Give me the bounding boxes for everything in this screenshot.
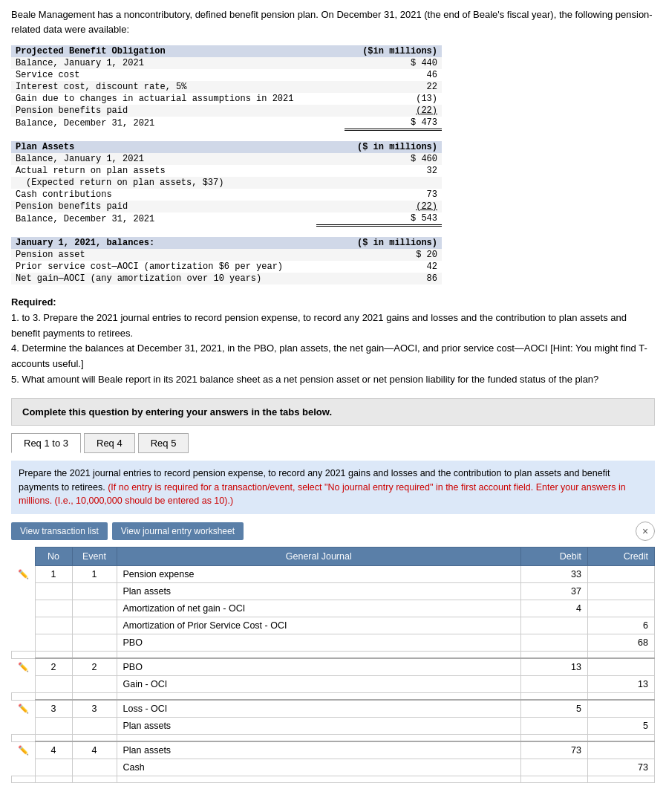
account-cell[interactable]: Plan assets xyxy=(117,583,521,600)
tab-req-5[interactable]: Req 5 xyxy=(138,433,189,453)
debit-cell[interactable] xyxy=(521,718,588,735)
row-no: 3 xyxy=(35,700,72,718)
tab-req-1-to-3[interactable]: Req 1 to 3 xyxy=(11,433,81,453)
account-cell[interactable]: Gain - OCI xyxy=(117,676,521,693)
credit-cell[interactable]: 73 xyxy=(588,759,655,776)
edit-icon[interactable]: ✏️ xyxy=(18,569,29,579)
debit-cell[interactable]: 73 xyxy=(521,741,588,759)
th-gj: General Journal xyxy=(117,548,521,566)
edit-icon[interactable]: ✏️ xyxy=(18,704,29,714)
tab-req-4[interactable]: Req 4 xyxy=(84,433,135,453)
debit-cell[interactable]: 13 xyxy=(521,658,588,676)
pbo-header-label: Projected Benefit Obligation xyxy=(11,45,345,57)
credit-cell[interactable] xyxy=(588,658,655,676)
row-no xyxy=(35,718,72,735)
th-edit xyxy=(12,548,36,566)
instruction-box: Prepare the 2021 journal entries to reco… xyxy=(11,461,655,514)
row-event xyxy=(72,676,117,693)
account-cell[interactable]: Plan assets xyxy=(117,741,521,759)
credit-cell[interactable] xyxy=(588,600,655,617)
debit-cell[interactable] xyxy=(521,634,588,652)
th-credit: Credit xyxy=(588,548,655,566)
tabs-container: Req 1 to 3 Req 4 Req 5 xyxy=(11,433,655,453)
debit-cell[interactable]: 37 xyxy=(521,583,588,600)
account-cell[interactable]: Plan assets xyxy=(117,718,521,735)
row-event: 4 xyxy=(72,741,117,759)
row-no xyxy=(35,583,72,600)
row-no: 4 xyxy=(35,741,72,759)
row-event xyxy=(72,583,117,600)
row-event xyxy=(72,634,117,652)
credit-cell[interactable] xyxy=(588,583,655,600)
view-worksheet-button[interactable]: View journal entry worksheet xyxy=(112,522,244,540)
button-row: View transaction list View journal entry… xyxy=(11,522,655,541)
row-no xyxy=(35,676,72,693)
edit-icon[interactable]: ✏️ xyxy=(18,662,29,672)
row-no xyxy=(35,759,72,776)
jan-header-value: ($ in millions) xyxy=(337,237,442,249)
row-event xyxy=(72,600,117,617)
edit-icon[interactable]: ✏️ xyxy=(18,745,29,756)
account-cell[interactable]: Loss - OCI xyxy=(117,700,521,718)
debit-cell[interactable] xyxy=(521,759,588,776)
req-item-2: 4. Determine the balances at December 31… xyxy=(11,341,655,372)
row-event xyxy=(72,718,117,735)
row-no xyxy=(35,617,72,634)
required-section: Required: 1. to 3. Prepare the 2021 jour… xyxy=(11,295,655,388)
row-event xyxy=(72,617,117,634)
required-title: Required: xyxy=(11,296,56,308)
credit-cell[interactable]: 13 xyxy=(588,676,655,693)
row-event: 3 xyxy=(72,700,117,718)
journal-table: No Event General Journal Debit Credit ✏️… xyxy=(11,547,655,783)
row-no: 2 xyxy=(35,658,72,676)
account-cell[interactable]: Amortization of net gain - OCI xyxy=(117,600,521,617)
row-event: 2 xyxy=(72,658,117,676)
debit-cell[interactable] xyxy=(521,617,588,634)
account-cell[interactable]: Pension expense xyxy=(117,566,521,583)
th-debit: Debit xyxy=(521,548,588,566)
intro-text: Beale Management has a noncontributory, … xyxy=(11,7,655,36)
account-cell[interactable]: Cash xyxy=(117,759,521,776)
th-event: Event xyxy=(72,548,117,566)
credit-cell[interactable] xyxy=(588,566,655,583)
row-no xyxy=(35,600,72,617)
instruction-text2: (If no entry is required for a transacti… xyxy=(19,482,626,507)
account-cell[interactable]: PBO xyxy=(117,634,521,652)
pbo-header-value: ($in millions) xyxy=(345,45,442,57)
credit-cell[interactable]: 68 xyxy=(588,634,655,652)
jan-header-label: January 1, 2021, balances: xyxy=(11,237,337,249)
row-event xyxy=(72,759,117,776)
row-no xyxy=(35,634,72,652)
credit-cell[interactable]: 6 xyxy=(588,617,655,634)
credit-cell[interactable] xyxy=(588,700,655,718)
complete-box: Complete this question by entering your … xyxy=(11,398,655,426)
credit-cell[interactable] xyxy=(588,741,655,759)
close-button[interactable]: × xyxy=(636,522,655,541)
th-no: No xyxy=(35,548,72,566)
debit-cell[interactable]: 4 xyxy=(521,600,588,617)
debit-cell[interactable]: 33 xyxy=(521,566,588,583)
debit-cell[interactable]: 5 xyxy=(521,700,588,718)
row-event: 1 xyxy=(72,566,117,583)
pa-header-label: Plan Assets xyxy=(11,141,316,153)
jan-balances-table: January 1, 2021, balances: ($ in million… xyxy=(11,237,442,285)
view-transaction-button[interactable]: View transaction list xyxy=(11,522,108,540)
debit-cell[interactable] xyxy=(521,676,588,693)
req-item-1: 1. to 3. Prepare the 2021 journal entrie… xyxy=(11,311,655,342)
plan-assets-table: Plan Assets ($ in millions) Balance, Jan… xyxy=(11,141,442,227)
req-item-3: 5. What amount will Beale report in its … xyxy=(11,372,655,388)
credit-cell[interactable]: 5 xyxy=(588,718,655,735)
row-no: 1 xyxy=(35,566,72,583)
account-cell[interactable]: PBO xyxy=(117,658,521,676)
account-cell[interactable]: Amortization of Prior Service Cost - OCI xyxy=(117,617,521,634)
pbo-table: Projected Benefit Obligation ($in millio… xyxy=(11,45,442,131)
pa-header-value: ($ in millions) xyxy=(316,141,442,153)
